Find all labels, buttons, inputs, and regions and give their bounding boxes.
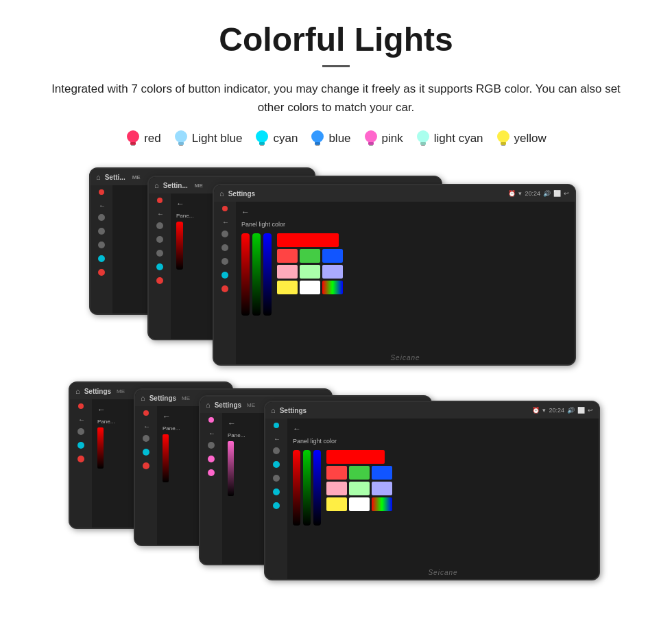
me-label-bb1: ME: [117, 388, 125, 394]
sidebar-icon-2: [98, 228, 105, 235]
panel-section-main: Panel light color: [241, 221, 569, 359]
blue-slider-main: [263, 233, 272, 316]
topbar-icons-main: ⏰ ▾ 20:24 🔊 ⬜ ↩: [508, 190, 569, 197]
color-item-cyan: cyan: [254, 129, 298, 148]
cgbf-g1: [349, 466, 370, 480]
panel-label-bf: Panel light color: [293, 438, 593, 445]
nav-arrow-main: ←: [241, 207, 569, 217]
cgbf-row-4: [326, 497, 392, 511]
back-icon: ↩: [564, 190, 569, 197]
red-slider-bb2: [163, 434, 169, 482]
svg-rect-1: [130, 142, 136, 145]
sib2-3: [143, 462, 149, 469]
seicane-watermark-top: Seicane: [390, 354, 420, 362]
settings-label-bb3: Settings: [215, 401, 241, 409]
cgbf-r2: [326, 482, 347, 495]
panel-label-main: Panel light color: [241, 221, 569, 228]
home-icon-mid: ⌂: [154, 181, 159, 189]
svg-rect-4: [178, 142, 184, 145]
svg-rect-2: [131, 145, 135, 146]
title-divider: [322, 65, 350, 67]
home-icon-back: ⌂: [96, 173, 101, 181]
page-title: Colorful Lights: [0, 0, 672, 65]
color-grid-main: [277, 233, 343, 294]
alarm-icon-bf: ⏰: [532, 407, 540, 414]
back-icon-bf: ↩: [588, 407, 593, 414]
sidebar-icon-mid-1: [156, 222, 163, 229]
sidebar-dot-bb2: [143, 410, 149, 416]
color-grid-row-1: [277, 233, 343, 247]
sidebar-arrow-main: ←: [222, 218, 228, 224]
svg-rect-8: [260, 145, 264, 146]
color-grid-bf: [326, 450, 392, 511]
main-screen-content: ← Panel light color: [236, 202, 575, 364]
settings-label-main: Settings: [228, 190, 255, 198]
sib2-2: [143, 449, 149, 456]
svg-point-9: [311, 130, 324, 143]
me-label-back: ME: [132, 174, 141, 180]
color-sliders-main: [241, 233, 272, 316]
settings-label-back: Setti...: [105, 174, 125, 181]
page-description: Integrated with 7 colors of button indic…: [51, 80, 621, 117]
cg-g2: [300, 265, 320, 279]
blue-slider-bf: [313, 450, 321, 526]
svg-point-6: [256, 130, 268, 143]
settings-label-bb1: Settings: [84, 388, 111, 395]
cgbf-rainbow: [372, 497, 392, 511]
sibf-3: [273, 475, 280, 482]
sidebar-arrow-bb3: ←: [208, 429, 214, 435]
sidebar-icon-main-5: [221, 285, 228, 292]
color-label-red: red: [144, 132, 161, 145]
color-label-yellow: yellow: [514, 132, 547, 145]
home-icon-bf: ⌂: [271, 406, 276, 414]
sidebar-icon-4: [98, 255, 105, 262]
sib1-1: [77, 428, 84, 435]
pink-bulb-icon: [363, 129, 379, 148]
sibf-2: [273, 461, 280, 468]
color-sliders-bf: [293, 450, 321, 526]
sidebar-arrow-bf: ←: [274, 435, 279, 440]
svg-point-0: [127, 130, 139, 143]
screen-main-top: ⌂ Settings ⏰ ▾ 20:24 🔊 ⬜ ↩ ←: [213, 184, 576, 366]
cgbf-b2: [372, 482, 392, 495]
sidebar-icon-mid-3: [156, 250, 163, 257]
sibf-4: [273, 488, 280, 495]
sib3-1: [208, 442, 215, 449]
home-icon-bb1: ⌂: [75, 387, 80, 395]
cgbf-row-3: [326, 482, 392, 495]
settings-label-bb2: Settings: [149, 394, 176, 402]
cg-red-wide: [277, 233, 339, 247]
speaker-icon: 🔊: [543, 190, 551, 197]
color-grid-row-3: [277, 265, 343, 279]
svg-rect-20: [501, 145, 505, 146]
svg-rect-14: [369, 145, 373, 146]
sidebar-arrow-bb2: ←: [143, 423, 149, 428]
color-label-blue: blue: [328, 132, 350, 145]
svg-rect-16: [420, 142, 426, 145]
wifi-icon: ▾: [518, 190, 522, 197]
topbar-icons-bf: ⏰ ▾ 20:24 🔊 ⬜ ↩: [532, 407, 593, 414]
sib3-3: [208, 469, 215, 476]
sidebar-dot-bb3: [208, 417, 214, 423]
cgbf-y1: [326, 497, 347, 511]
time-label: 20:24: [525, 190, 540, 197]
green-slider-main: [252, 233, 261, 316]
color-item-lightcyan: light cyan: [416, 129, 483, 148]
pink-slider-bb3: [228, 441, 234, 496]
color-grid-row-2: [277, 249, 343, 263]
cg-y1: [277, 281, 298, 294]
cg-b1: [322, 249, 343, 263]
red-bulb-icon: [125, 129, 141, 148]
bot-front-content: ← Panel light color: [287, 419, 599, 579]
cg-g1: [300, 249, 320, 263]
sibf-5: [273, 502, 280, 509]
color-label-cyan: cyan: [273, 132, 298, 145]
sidebar-icon-3: [98, 242, 105, 248]
yellow-bulb-icon: [496, 129, 511, 148]
screen-group-bottom: ⌂ Settings ME ← ← Pane...: [69, 381, 603, 580]
red-slider-bf: [293, 450, 300, 526]
wifi-icon-bf: ▾: [542, 407, 546, 414]
sidebar-arrow-bb1: ←: [78, 416, 84, 421]
color-item-lightblue: Light blue: [173, 129, 243, 148]
cg-w1: [300, 281, 320, 294]
